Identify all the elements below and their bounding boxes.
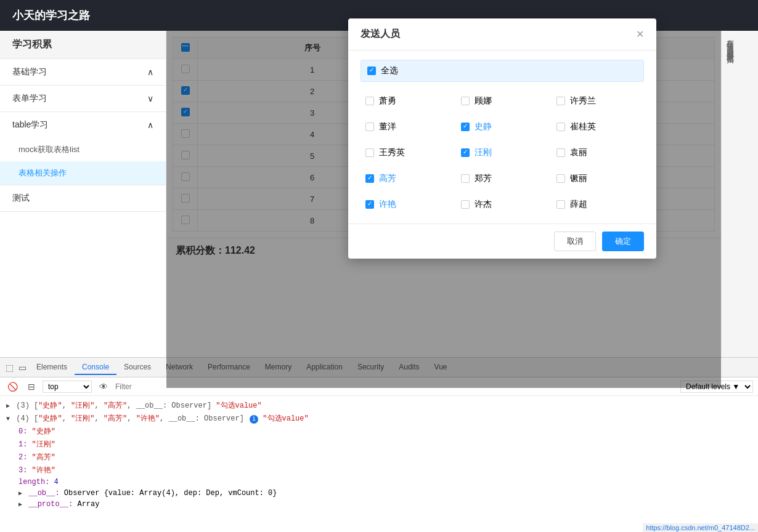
devtools-tab-sources[interactable]: Sources [116, 360, 158, 375]
sidebar-section-header-basic[interactable]: 基础学习 ∧ [0, 59, 166, 85]
clear-console-icon[interactable]: 🚫 [5, 381, 20, 389]
all-select-label: 全选 [381, 65, 398, 76]
right-panel-content: 所在 啥什 天道 澳门 岛岛 泰皇 海外 南充 银川 [726, 34, 735, 50]
sidebar-item-mock[interactable]: mock获取表格list [0, 138, 166, 161]
modal-person-item: 许艳 [361, 195, 453, 214]
modal-body: 全选 萧勇顾娜许秀兰董洋史静崔桂英王秀英汪刚袁丽高芳郑芳镢丽许艳许杰薛超 [348, 50, 656, 224]
sidebar-item-table-ops[interactable]: 表格相关操作 [0, 161, 166, 185]
sidebar-section-basic: 基础学习 ∧ [0, 59, 166, 86]
modal-person-item: 郑芳 [456, 169, 548, 188]
modal-person-item: 萧勇 [361, 91, 453, 111]
sidebar-section-table: table学习 ∧ mock获取表格list 表格相关操作 [0, 112, 166, 185]
person-checkbox[interactable] [556, 97, 565, 105]
person-checkbox[interactable] [365, 148, 374, 157]
modal-persons-grid: 萧勇顾娜许秀兰董洋史静崔桂英王秀英汪刚袁丽高芳郑芳镢丽许艳许杰薛超 [361, 91, 644, 214]
confirm-button[interactable]: 确定 [602, 232, 644, 251]
sidebar-section-header-form[interactable]: 表单学习 ∨ [0, 86, 166, 111]
modal-person-item: 薛超 [552, 195, 644, 214]
sidebar-section-test: 测试 [0, 185, 166, 212]
person-checkbox[interactable] [556, 200, 565, 209]
person-name: 袁丽 [570, 147, 587, 158]
person-name: 高芳 [379, 173, 396, 184]
modal-all-select-row: 全选 [361, 60, 644, 82]
sidebar-section-label-form: 表单学习 [12, 93, 47, 104]
person-name: 薛超 [570, 199, 587, 210]
chevron-up-icon: ∧ [147, 67, 153, 77]
sidebar-section-label-table: table学习 [12, 119, 48, 131]
sidebar-title: 学习积累 [0, 31, 166, 59]
person-checkbox[interactable] [461, 174, 470, 183]
person-checkbox[interactable] [461, 200, 470, 209]
person-name: 史静 [475, 121, 492, 132]
modal-person-item: 许秀兰 [552, 91, 644, 111]
sidebar-section-header-table[interactable]: table学习 ∧ [0, 112, 166, 138]
all-select-checkbox[interactable] [367, 66, 376, 75]
person-name: 顾娜 [475, 95, 492, 107]
sidebar-item-label-mock: mock获取表格list [18, 145, 79, 154]
chevron-up-icon-table: ∧ [147, 120, 153, 130]
sidebar-section-label-test: 测试 [12, 193, 30, 204]
modal-header: 发送人员 ✕ [348, 18, 656, 50]
sidebar-section-label-basic: 基础学习 [12, 66, 47, 78]
sidebar-section-form: 表单学习 ∨ [0, 86, 166, 112]
sidebar-item-label-table-ops: 表格相关操作 [18, 168, 67, 177]
modal-person-item: 董洋 [361, 117, 453, 137]
person-checkbox[interactable] [365, 174, 374, 183]
modal-person-item: 崔桂英 [552, 117, 644, 137]
person-name: 萧勇 [379, 95, 396, 107]
person-name: 许秀兰 [570, 95, 596, 107]
devtools-inspect-icon[interactable]: ⬚ [3, 361, 16, 374]
person-checkbox[interactable] [556, 123, 565, 131]
person-name: 王秀英 [379, 147, 405, 158]
person-name: 董洋 [379, 121, 396, 132]
site-title: 小天的学习之路 [12, 8, 90, 23]
sidebar-section-header-test[interactable]: 测试 [0, 185, 166, 211]
devtools-tab-elements[interactable]: Elements [29, 360, 75, 375]
person-checkbox[interactable] [461, 97, 470, 105]
sidebar: 学习积累 基础学习 ∧ 表单学习 ∨ table学习 ∧ mock获取表格lis… [0, 31, 166, 388]
modal-title: 发送人员 [361, 28, 400, 41]
person-name: 郑芳 [475, 173, 492, 184]
modal-person-item: 汪刚 [456, 143, 548, 163]
modal-person-item: 顾娜 [456, 91, 548, 111]
eye-icon[interactable]: 👁 [97, 381, 110, 389]
devtools-tab-console[interactable]: Console [75, 360, 116, 375]
person-name: 汪刚 [475, 147, 492, 158]
person-name: 许艳 [379, 199, 396, 210]
person-checkbox[interactable] [365, 97, 374, 105]
right-panel: 所在 啥什 天道 澳门 岛岛 泰皇 海外 南充 银川 [721, 31, 758, 388]
modal-person-item: 王秀英 [361, 143, 453, 163]
person-checkbox[interactable] [556, 148, 565, 157]
modal-person-item: 许杰 [456, 195, 548, 214]
modal-person-item: 史静 [456, 117, 548, 137]
person-name: 许杰 [475, 199, 492, 210]
modal-person-item: 镢丽 [552, 169, 644, 188]
collapse-icon[interactable]: ⊟ [25, 381, 38, 389]
cancel-button[interactable]: 取消 [554, 232, 596, 251]
devtools-device-icon[interactable]: ▭ [16, 361, 29, 374]
person-checkbox[interactable] [461, 148, 470, 157]
person-checkbox[interactable] [556, 174, 565, 183]
modal-person-item: 袁丽 [552, 143, 644, 163]
person-name: 崔桂英 [570, 121, 596, 132]
chevron-down-icon-form: ∨ [147, 94, 153, 103]
send-persons-modal: 发送人员 ✕ 全选 萧勇顾娜许秀兰董洋史静崔桂英王秀英汪刚袁丽高芳郑芳镢丽许艳许… [348, 18, 656, 259]
person-name: 镢丽 [570, 173, 587, 184]
person-checkbox[interactable] [365, 200, 374, 209]
person-checkbox[interactable] [461, 123, 470, 131]
modal-close-button[interactable]: ✕ [636, 28, 644, 40]
person-checkbox[interactable] [365, 123, 374, 131]
modal-footer: 取消 确定 [348, 224, 656, 259]
modal-person-item: 高芳 [361, 169, 453, 188]
context-selector[interactable]: top [43, 381, 92, 389]
